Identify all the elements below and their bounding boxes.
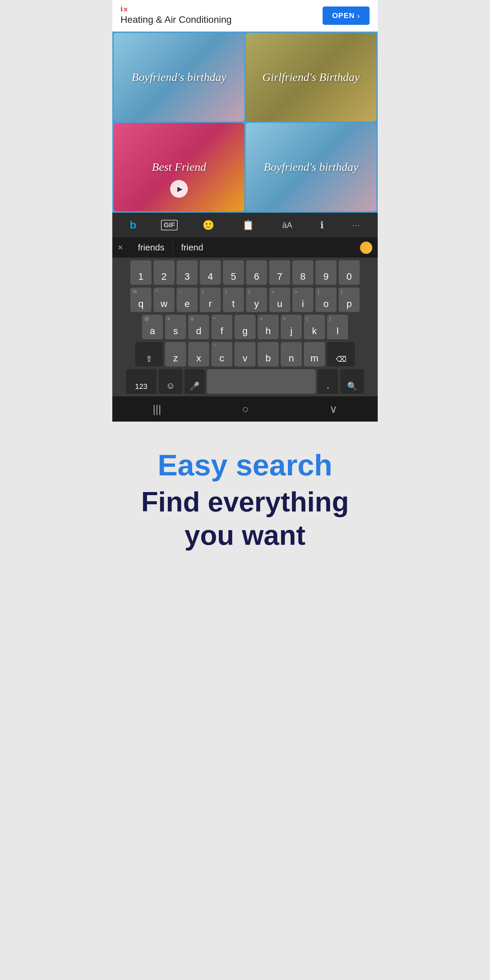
bottom-nav: ||| ○ ∨ <box>112 396 378 422</box>
info-icon: ℹ <box>121 6 123 12</box>
grid-card-1[interactable]: Boyfriend's birthday <box>114 33 244 121</box>
backspace-key[interactable]: ⌫ <box>327 342 355 366</box>
key-j[interactable]: =j <box>281 315 302 339</box>
numbers-label: 123 <box>135 382 148 391</box>
gif-icon[interactable]: GIF <box>161 220 178 231</box>
zxcv-row: ⇧ ·z ·x "c ·v ·b ;n ·m ⌫ <box>115 342 375 366</box>
shift-key[interactable]: ⇧ <box>135 342 163 366</box>
grid-card-2[interactable]: Girlfriend's Birthday <box>246 33 376 121</box>
key-k[interactable]: (k <box>304 315 325 339</box>
key-g[interactable]: -g <box>234 315 256 339</box>
hero-subtitle: Find everything you want <box>119 485 371 552</box>
suggestion-friend[interactable]: friend <box>173 241 211 254</box>
key-a[interactable]: @a <box>142 315 163 339</box>
grid-card-4[interactable]: Boyfriend's birthday <box>246 123 376 211</box>
key-v[interactable]: ·v <box>234 342 256 366</box>
number-row: 1 2 3 4 5 6 7 8 9 0 <box>115 260 375 285</box>
grid-card-2-label: Girlfriend's Birthday <box>259 66 363 88</box>
sticker-icon[interactable]: 🙂 <box>199 218 218 232</box>
key-2[interactable]: 2 <box>153 260 175 285</box>
key-7[interactable]: 7 <box>269 260 290 285</box>
key-y[interactable]: }y <box>246 288 267 312</box>
key-5[interactable]: 5 <box>223 260 244 285</box>
key-c[interactable]: "c <box>211 342 232 366</box>
keyboard-toolbar: b GIF 🙂 📋 äA ℹ ··· <box>112 213 378 237</box>
key-n[interactable]: ;n <box>281 342 302 366</box>
period-key[interactable]: . <box>318 369 338 394</box>
clipboard-icon[interactable]: 📋 <box>239 218 258 232</box>
key-u[interactable]: <u <box>269 288 290 312</box>
close-icon[interactable]: ✕ <box>123 6 128 14</box>
emoji-key[interactable]: ☺ <box>159 369 182 394</box>
space-key[interactable] <box>207 369 316 394</box>
key-r[interactable]: |r <box>200 288 221 312</box>
bottom-row: 123 ☺ 🎤 . 🔍 <box>115 369 375 394</box>
play-button[interactable] <box>170 180 188 198</box>
back-nav-icon[interactable]: ∨ <box>329 402 337 415</box>
ad-banner: ℹ ✕ Heating & Air Conditioning OPEN › <box>112 0 378 32</box>
translate-icon[interactable]: äA <box>279 219 295 231</box>
phone-screen: Boyfriend's birthday Girlfriend's Birthd… <box>112 32 378 422</box>
key-t[interactable]: {t <box>223 288 244 312</box>
prediction-circle <box>360 242 372 254</box>
keyboard: 1 2 3 4 5 6 7 8 9 0 %q ^w ~e |r {t }y <u… <box>112 258 378 396</box>
suggestion-close-icon[interactable]: × <box>118 242 123 253</box>
grid-card-1-label: Boyfriend's birthday <box>128 66 230 88</box>
chevron-right-icon: › <box>357 12 360 20</box>
key-e[interactable]: ~e <box>177 288 198 312</box>
key-f[interactable]: *f <box>211 315 232 339</box>
key-d[interactable]: &d <box>188 315 209 339</box>
suggestion-friends[interactable]: friends <box>130 241 173 254</box>
ad-open-button[interactable]: OPEN › <box>323 6 369 25</box>
key-m[interactable]: ·m <box>304 342 325 366</box>
key-9[interactable]: 9 <box>315 260 337 285</box>
key-o[interactable]: {o <box>315 288 337 312</box>
grid-card-3[interactable]: Best Friend <box>114 123 244 211</box>
key-1[interactable]: 1 <box>130 260 151 285</box>
search-key[interactable]: 🔍 <box>340 369 364 394</box>
microphone-key[interactable]: 🎤 <box>185 369 205 394</box>
grid-card-3-label: Best Friend <box>148 156 210 178</box>
key-p[interactable]: }p <box>339 288 360 312</box>
key-0[interactable]: 0 <box>339 260 360 285</box>
key-6[interactable]: 6 <box>246 260 267 285</box>
key-b[interactable]: ·b <box>258 342 279 366</box>
key-x[interactable]: ·x <box>188 342 209 366</box>
hero-text-section: Easy search Find everything you want <box>112 422 378 573</box>
image-grid: Boyfriend's birthday Girlfriend's Birthd… <box>112 32 378 213</box>
recents-nav-icon[interactable]: ||| <box>153 403 161 415</box>
home-nav-icon[interactable]: ○ <box>242 403 248 415</box>
ad-open-label: OPEN <box>332 11 355 20</box>
suggestion-bar: × friends friend <box>112 237 378 258</box>
numbers-toggle-key[interactable]: 123 <box>126 369 156 394</box>
key-l[interactable]: )l <box>327 315 348 339</box>
ad-info: ℹ ✕ Heating & Air Conditioning <box>121 6 232 25</box>
more-icon[interactable]: ··· <box>348 220 363 231</box>
key-s[interactable]: #s <box>165 315 186 339</box>
key-8[interactable]: 8 <box>292 260 313 285</box>
key-h[interactable]: +h <box>258 315 279 339</box>
key-z[interactable]: ·z <box>165 342 186 366</box>
bing-icon[interactable]: b <box>126 218 140 233</box>
grid-card-4-label: Boyfriend's birthday <box>260 156 362 178</box>
asdf-row: @a #s &d *f -g +h =j (k )l <box>115 315 375 339</box>
key-i[interactable]: >i <box>292 288 313 312</box>
easy-search-headline: Easy search <box>119 449 371 482</box>
qwerty-row: %q ^w ~e |r {t }y <u >i {o }p <box>115 288 375 312</box>
key-q[interactable]: %q <box>130 288 151 312</box>
key-w[interactable]: ^w <box>153 288 175 312</box>
key-3[interactable]: 3 <box>177 260 198 285</box>
info-toolbar-icon[interactable]: ℹ <box>317 218 327 232</box>
ad-title: Heating & Air Conditioning <box>121 14 232 25</box>
key-4[interactable]: 4 <box>200 260 221 285</box>
